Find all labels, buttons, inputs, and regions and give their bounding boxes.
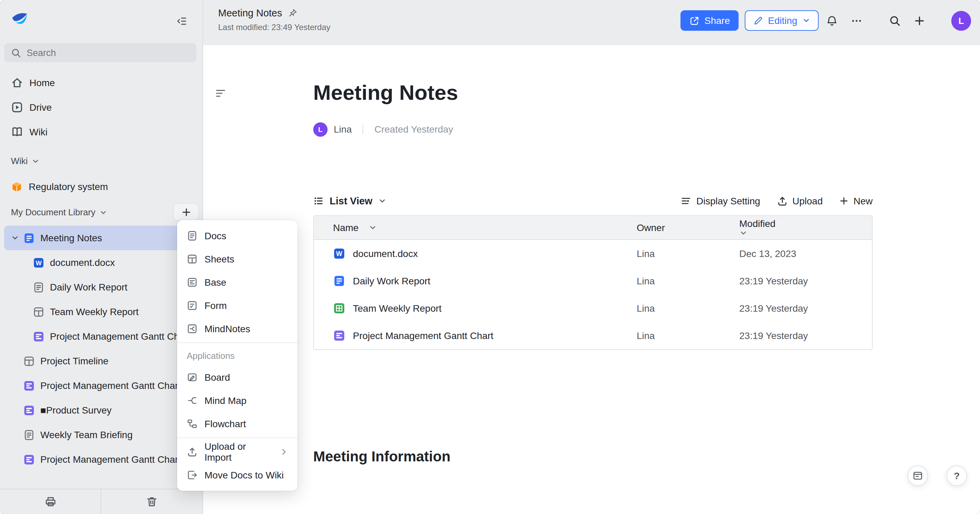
- sidebar-item-regulatory-system[interactable]: Regulatory system: [0, 175, 202, 198]
- file-name[interactable]: Project Management Gantt Chart: [353, 330, 493, 341]
- list-toolbar: List View Display Setting Upload New: [313, 190, 873, 212]
- board-outline-icon: [187, 372, 198, 383]
- menu-item-label: Base: [204, 277, 226, 288]
- view-switcher[interactable]: List View: [313, 195, 386, 206]
- sidebar-item-label: Drive: [29, 102, 52, 113]
- doc-outline-icon: [23, 429, 35, 441]
- menu-item-flowchart[interactable]: Flowchart: [177, 412, 298, 435]
- file-modified: 23:19 Yesterday: [734, 303, 872, 314]
- base-icon: [33, 330, 45, 342]
- column-header-owner[interactable]: Owner: [631, 222, 734, 233]
- wiki-icon: [11, 126, 23, 138]
- sheet-icon: [333, 302, 346, 315]
- table-row[interactable]: document.docx Lina Dec 13, 2023: [314, 240, 872, 267]
- file-modified: Dec 13, 2023: [734, 248, 872, 259]
- table-row[interactable]: Project Management Gantt Chart Lina 23:1…: [314, 322, 872, 349]
- table-row[interactable]: Team Weekly Report Lina 23:19 Yesterday: [314, 295, 872, 322]
- file-modified: 23:19 Yesterday: [734, 330, 872, 341]
- file-name[interactable]: Team Weekly Report: [353, 303, 441, 314]
- sidebar-search[interactable]: [4, 43, 196, 62]
- table-row[interactable]: Daily Work Report Lina 23:19 Yesterday: [314, 267, 872, 295]
- plus-icon: [181, 207, 191, 217]
- sidebar-item-home[interactable]: Home: [0, 70, 202, 95]
- base-icon: [23, 404, 35, 416]
- menu-item-move-docs-to-wiki[interactable]: Move Docs to Wiki: [177, 463, 298, 487]
- meta-divider: [363, 124, 363, 134]
- tree-item-daily-work-report[interactable]: Daily Work Report: [4, 275, 198, 299]
- view-label: List View: [329, 195, 372, 206]
- tree-item-label: Project Timeline: [40, 355, 198, 366]
- menu-item-board[interactable]: Board: [177, 366, 298, 389]
- main-content: Meeting Notes L Lina Created Yesterday L…: [203, 45, 980, 514]
- home-icon: [11, 76, 23, 89]
- menu-item-docs[interactable]: Docs: [177, 224, 298, 247]
- sidebar-item-label: Home: [29, 77, 55, 88]
- menu-item-base[interactable]: Base: [177, 271, 298, 294]
- sidebar-item-drive[interactable]: Drive: [0, 95, 202, 120]
- docs-icon: [333, 274, 346, 287]
- user-avatar[interactable]: L: [951, 11, 971, 31]
- file-name[interactable]: document.docx: [353, 248, 418, 259]
- editing-mode-button[interactable]: Editing: [745, 10, 819, 31]
- tree-item-weekly-team-briefing[interactable]: Weekly Team Briefing: [4, 422, 198, 447]
- upload-button[interactable]: Upload: [776, 195, 823, 206]
- trash-button[interactable]: [100, 489, 202, 514]
- tree-item-gantt-chart-2[interactable]: Project Management Gantt Chart: [4, 373, 198, 398]
- tree-item-gantt-chart-1[interactable]: Project Management Gantt Chart: [4, 324, 198, 349]
- collapse-sidebar-button[interactable]: [175, 14, 189, 28]
- notifications-button[interactable]: [824, 13, 839, 28]
- menu-item-sheets[interactable]: Sheets: [177, 247, 298, 271]
- sidebar: Home Drive Wiki Wiki Regulatory system M…: [0, 0, 203, 514]
- wiki-section-header[interactable]: Wiki: [11, 156, 39, 166]
- tree-item-gantt-chart-3[interactable]: Project Management Gantt Chart: [4, 447, 198, 472]
- menu-item-form[interactable]: Form: [177, 294, 298, 317]
- outline-toggle-button[interactable]: [215, 87, 227, 100]
- menu-item-mind-map[interactable]: Mind Map: [177, 389, 298, 412]
- share-button[interactable]: Share: [681, 10, 739, 31]
- app-window: Home Drive Wiki Wiki Regulatory system M…: [0, 0, 980, 514]
- sidebar-item-wiki[interactable]: Wiki: [0, 120, 202, 144]
- help-button[interactable]: ?: [947, 465, 967, 486]
- wiki-item-label: Regulatory system: [29, 181, 108, 192]
- menu-item-label: Board: [204, 372, 230, 383]
- chevron-down-icon[interactable]: [8, 231, 22, 245]
- column-header-name[interactable]: Name: [314, 222, 631, 233]
- tree-item-label: Meeting Notes: [40, 232, 198, 243]
- tree-item-product-survey[interactable]: ■Product Survey: [4, 398, 198, 422]
- menu-item-mindnotes[interactable]: MindNotes: [177, 317, 298, 340]
- menu-item-label: Sheets: [204, 254, 234, 265]
- base-icon: [23, 380, 35, 391]
- printer-button[interactable]: [0, 489, 100, 514]
- chevron-down-icon: [378, 197, 386, 205]
- cube-icon: [11, 181, 22, 192]
- owner-name[interactable]: Lina: [334, 124, 352, 135]
- global-search-button[interactable]: [887, 13, 902, 28]
- menu-section-label: Applications: [177, 345, 298, 366]
- search-icon: [11, 48, 21, 58]
- trash-icon: [145, 495, 158, 508]
- sidebar-item-label: Wiki: [29, 127, 48, 137]
- search-input[interactable]: [27, 48, 189, 58]
- feedback-button[interactable]: [907, 465, 928, 486]
- menu-item-upload-or-import[interactable]: Upload or Import: [177, 440, 298, 463]
- display-setting-icon: [681, 195, 691, 206]
- chevron-right-icon: [280, 448, 288, 456]
- owner-avatar[interactable]: L: [313, 122, 328, 136]
- create-button[interactable]: [912, 13, 927, 28]
- tree-item-meeting-notes[interactable]: Meeting Notes: [4, 225, 198, 250]
- column-header-modified[interactable]: Modified: [734, 218, 872, 237]
- more-options-button[interactable]: [849, 13, 864, 28]
- file-name[interactable]: Daily Work Report: [353, 276, 431, 286]
- tree-item-project-timeline[interactable]: Project Timeline: [4, 349, 198, 373]
- word-file-icon: [333, 247, 346, 260]
- pin-icon[interactable]: [288, 8, 297, 18]
- grid-outline-icon: [23, 355, 35, 367]
- library-section-header[interactable]: My Document Library: [11, 207, 107, 217]
- new-button[interactable]: New: [839, 195, 873, 206]
- menu-item-label: Flowchart: [204, 418, 246, 429]
- tree-item-document-docx[interactable]: document.docx: [4, 250, 198, 275]
- add-new-doc-button[interactable]: [173, 203, 199, 221]
- printer-icon: [44, 495, 56, 508]
- display-setting-button[interactable]: Display Setting: [681, 195, 760, 206]
- tree-item-team-weekly-report[interactable]: Team Weekly Report: [4, 299, 198, 324]
